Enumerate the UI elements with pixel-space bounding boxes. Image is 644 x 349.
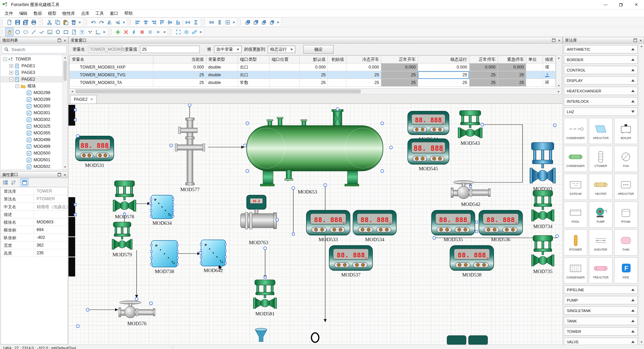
shrink-button[interactable]: [182, 28, 190, 36]
library-item-ctower[interactable]: CTOWER: [589, 146, 612, 172]
library-item-gsteam[interactable]: GSTEAM: [564, 174, 587, 200]
module-MOD734[interactable]: [532, 190, 554, 221]
connection-handle[interactable]: [264, 247, 267, 250]
table-cell[interactable]: TOWER_MOD603_HXP: [70, 63, 153, 71]
collapse-icon[interactable]: −: [3, 57, 7, 61]
axis-button[interactable]: [94, 28, 102, 36]
play-button[interactable]: [154, 28, 162, 36]
column-header[interactable]: 稳态运行: [418, 56, 469, 63]
table-cell[interactable]: 0.000: [498, 63, 526, 71]
image-button[interactable]: [46, 28, 54, 36]
expand-icon[interactable]: +: [9, 64, 13, 68]
tree-item-MOD355[interactable]: AMOD355: [1, 130, 62, 136]
library-section-pump[interactable]: PUMP: [564, 296, 638, 304]
connection-handle[interactable]: [292, 187, 295, 190]
scope-select[interactable]: 选中变量: [214, 46, 242, 53]
sameW-button[interactable]: [207, 18, 215, 26]
search-input[interactable]: Search: [2, 45, 66, 53]
module-MOD533[interactable]: 88. 888℃: [306, 210, 350, 235]
connection-handle[interactable]: [336, 108, 339, 111]
menu-item-8[interactable]: 帮助: [121, 10, 136, 17]
port-handle[interactable]: [476, 221, 478, 223]
connection-handle[interactable]: [244, 144, 247, 147]
float-panel-icon[interactable]: [58, 39, 61, 42]
column-header[interactable]: 变量类型: [206, 56, 238, 63]
module-MOD581[interactable]: [253, 280, 277, 308]
alignCH-button[interactable]: [166, 18, 174, 26]
library-scrollbar[interactable]: ▲▼: [639, 44, 644, 345]
text-button[interactable]: T: [78, 28, 86, 36]
stop-button[interactable]: [138, 28, 146, 36]
table-cell[interactable]: 0.000: [346, 63, 381, 71]
library-section-display[interactable]: DISPLAY: [564, 76, 638, 85]
crossr-button[interactable]: [122, 28, 130, 36]
tree-item-PAGE3[interactable]: +PAGE3: [1, 69, 62, 76]
tree-item-TOWER[interactable]: −TOWER: [1, 56, 62, 62]
library-section-interlock[interactable]: INTERLOCK: [564, 97, 638, 105]
tree-item-PAGE2[interactable]: −PAGE2: [1, 76, 62, 83]
menu-item-4[interactable]: 物性库: [59, 10, 78, 17]
column-header[interactable]: 端口位置: [269, 56, 300, 63]
module-MOD579[interactable]: [112, 222, 132, 249]
alignT-button[interactable]: [158, 18, 166, 26]
table-cell[interactable]: [269, 63, 300, 71]
ring-shape[interactable]: [311, 333, 319, 342]
table-cell[interactable]: [269, 79, 300, 87]
library-item-pump[interactable]: PUMP: [589, 202, 612, 228]
connection-handle[interactable]: [246, 122, 249, 125]
library-section-tank[interactable]: TANK: [564, 317, 638, 325]
copy-button[interactable]: [53, 18, 61, 26]
property-value[interactable]: PTOWER: [34, 195, 70, 203]
table-cell[interactable]: 常数: [238, 79, 269, 87]
float-panel-icon[interactable]: [634, 39, 637, 42]
port-handle[interactable]: [74, 119, 77, 121]
print-button[interactable]: [30, 18, 38, 26]
table-cell[interactable]: 25: [498, 71, 526, 79]
ok-button[interactable]: 确定: [303, 45, 334, 54]
property-value[interactable]: [34, 211, 70, 218]
tab-close-icon[interactable]: ×: [91, 97, 93, 101]
tree-item-MOD501[interactable]: AMOD501: [1, 157, 62, 163]
library-section-control[interactable]: CONTROL: [564, 66, 638, 74]
trash-button[interactable]: [69, 18, 78, 26]
library-item-sheater[interactable]: SHEATER: [589, 229, 612, 256]
back-button[interactable]: [252, 18, 260, 26]
port-handle[interactable]: [469, 185, 472, 188]
connection-handle[interactable]: [86, 308, 89, 311]
alignL-button[interactable]: [134, 18, 142, 26]
property-value[interactable]: 235: [34, 249, 70, 257]
property-value[interactable]: TOWER: [34, 187, 70, 195]
tree-item-MOD301[interactable]: AMOD301: [1, 110, 62, 116]
module-MOD536[interactable]: 88. 888℃: [479, 210, 523, 235]
categorize-button[interactable]: [1, 179, 9, 186]
library-item-treactor[interactable]: TREACTOR: [589, 257, 612, 283]
module-MOD578[interactable]: [113, 181, 136, 211]
tab-page2[interactable]: PAGE2 ×: [70, 95, 97, 103]
rect-button[interactable]: [62, 28, 70, 36]
tree-item-PAGE1[interactable]: +PAGE1: [1, 62, 62, 69]
port-handle[interactable]: [123, 213, 126, 216]
menu-item-0[interactable]: 文件: [2, 10, 16, 17]
library-section-border[interactable]: BORDER: [564, 55, 638, 64]
table-cell[interactable]: 25: [346, 71, 381, 79]
library-section-valve[interactable]: VALVE: [564, 338, 638, 345]
library-item-areactor[interactable]: AREACTOR: [589, 118, 612, 144]
library-item-heater[interactable]: HEATER: [589, 174, 612, 200]
connection-handle[interactable]: [324, 184, 327, 187]
black-bar-shape[interactable]: [68, 217, 75, 236]
library-item-boiler[interactable]: BOILER: [614, 118, 638, 144]
connection-handle[interactable]: [381, 170, 384, 173]
module-MOD534[interactable]: 88. 888℃: [353, 210, 396, 235]
table-cell[interactable]: [328, 63, 346, 71]
table-row[interactable]: TOWER_MOD603_TA25double常数252525252525环: [70, 79, 556, 87]
library-item-fan[interactable]: FAN: [614, 146, 638, 172]
circle-button[interactable]: [13, 28, 21, 36]
module-MOD735[interactable]: [532, 235, 554, 266]
library-item-rtower[interactable]: RTOWER: [564, 229, 587, 256]
table-cell[interactable]: 25: [299, 79, 328, 87]
column-header[interactable]: 端口类型: [238, 56, 269, 63]
table-cell[interactable]: double: [206, 79, 238, 87]
module-MOD535[interactable]: 88. 888℃: [432, 210, 475, 235]
port-handle[interactable]: [74, 109, 77, 111]
close-panel-icon[interactable]: ×: [639, 38, 642, 43]
